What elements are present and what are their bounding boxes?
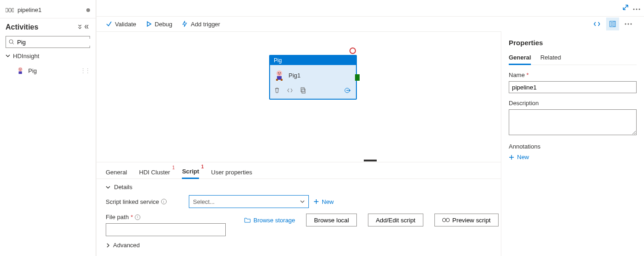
unsaved-indicator [86,8,90,12]
svg-point-6 [19,69,19,69]
properties-panel: Properties General Related Name * Descri… [501,31,644,256]
svg-point-13 [625,24,626,25]
pipeline-tab-title: pipeline1 [18,6,42,13]
svg-point-15 [631,24,632,25]
tab-hdi-cluster[interactable]: HDI Cluster 1 [139,166,170,179]
add-edit-script-button[interactable]: Add/Edit script [368,214,423,226]
svg-point-19 [280,72,281,73]
tab-script[interactable]: Script 1 [182,165,199,179]
activity-code-icon[interactable] [287,87,293,95]
activity-item-pig[interactable]: Pig ⋮⋮ [4,63,92,78]
tab-script-label: Script [182,168,199,175]
clone-activity-icon[interactable] [300,87,306,95]
details-label: Details [114,184,132,191]
pipeline-tab[interactable]: pipeline1 [0,2,96,18]
debug-button[interactable]: Debug [145,21,172,28]
svg-rect-0 [6,8,8,12]
pipeline-name-input[interactable] [509,81,637,93]
success-connector[interactable] [355,74,360,81]
svg-rect-2 [12,8,14,12]
preview-script-button[interactable]: Preview script [434,214,499,226]
activities-search[interactable] [6,36,90,48]
activity-node-name: Pig1 [289,72,301,79]
activity-item-label: Pig [28,67,37,74]
validate-button[interactable]: Validate [106,21,136,28]
description-field-label: Description [509,100,637,107]
svg-point-11 [639,9,640,10]
properties-tab-related[interactable]: Related [540,51,561,65]
tab-hdi-badge: 1 [172,165,175,170]
new-linked-service-link[interactable]: New [313,198,334,205]
delete-activity-icon[interactable] [274,87,280,95]
browse-storage-label: Browse storage [253,217,295,224]
output-connector-icon[interactable] [344,87,352,95]
script-linked-service-label: Script linked service i [106,198,184,205]
expand-fullscreen-icon[interactable] [622,4,629,12]
svg-point-16 [277,71,282,76]
pipeline-description-input[interactable] [509,109,637,135]
svg-point-27 [442,218,445,222]
svg-point-18 [278,72,279,73]
pig-icon [16,66,24,75]
activity-node-pig[interactable]: Pig Pig1 [269,55,357,100]
validation-error-indicator [349,48,356,54]
info-icon[interactable]: i [161,199,167,204]
properties-tab-general[interactable]: General [509,51,531,65]
expand-all-icon[interactable] [77,24,83,31]
svg-rect-24 [302,89,305,93]
add-trigger-button[interactable]: Add trigger [181,21,220,28]
chevron-right-icon [106,243,110,248]
svg-point-28 [446,218,449,222]
file-path-label: File path * i [106,214,184,220]
svg-rect-5 [18,71,22,74]
add-annotation-link[interactable]: New [509,154,637,161]
name-field-label: Name * [509,71,637,78]
activity-category-label: HDInsight [13,53,39,60]
more-menu-icon[interactable] [633,5,640,12]
svg-rect-21 [276,79,278,81]
svg-rect-23 [301,88,304,92]
add-trigger-label: Add trigger [191,21,220,28]
properties-title: Properties [509,39,637,47]
svg-point-3 [9,40,13,43]
tab-general[interactable]: General [106,166,127,179]
info-icon[interactable]: i [135,214,140,220]
properties-toggle-icon[interactable] [606,18,619,30]
activities-search-input[interactable] [17,39,95,46]
drag-handle-icon[interactable]: ⋮⋮ [80,67,90,74]
activity-node-type: Pig [270,56,356,65]
chevron-down-icon [106,185,110,190]
tab-script-badge: 1 [201,164,204,169]
svg-point-8 [19,70,21,71]
chevron-down-icon [6,54,10,59]
svg-point-20 [278,74,280,75]
file-path-input[interactable] [106,223,226,236]
browse-storage-link[interactable]: Browse storage [244,217,295,224]
code-view-icon[interactable] [590,18,603,30]
activities-heading: Activities [6,23,38,31]
collapse-panel-icon[interactable] [84,24,90,31]
select-placeholder: Select... [193,198,215,205]
svg-rect-1 [9,8,11,12]
svg-point-9 [633,9,635,10]
pig-icon [274,70,285,81]
tab-user-properties[interactable]: User properties [211,166,252,179]
new-link-label: New [322,198,334,205]
activity-category-hdinsight[interactable]: HDInsight [0,50,96,62]
more-toolbar-icon[interactable] [622,18,635,30]
browse-local-button[interactable]: Browse local [306,214,357,226]
script-linked-service-select[interactable]: Select... [189,195,309,208]
folder-icon [244,217,251,223]
chevron-down-icon [300,199,305,204]
pipeline-icon [6,7,14,13]
search-icon [9,39,14,45]
svg-rect-22 [281,79,283,81]
advanced-label: Advanced [113,242,140,249]
svg-point-4 [18,67,23,71]
annotations-field-label: Annotations [509,143,637,150]
validate-label: Validate [115,21,136,28]
svg-point-14 [628,24,629,25]
debug-label: Debug [155,21,172,28]
tab-hdi-label: HDI Cluster [139,169,170,176]
preview-icon [442,218,450,222]
